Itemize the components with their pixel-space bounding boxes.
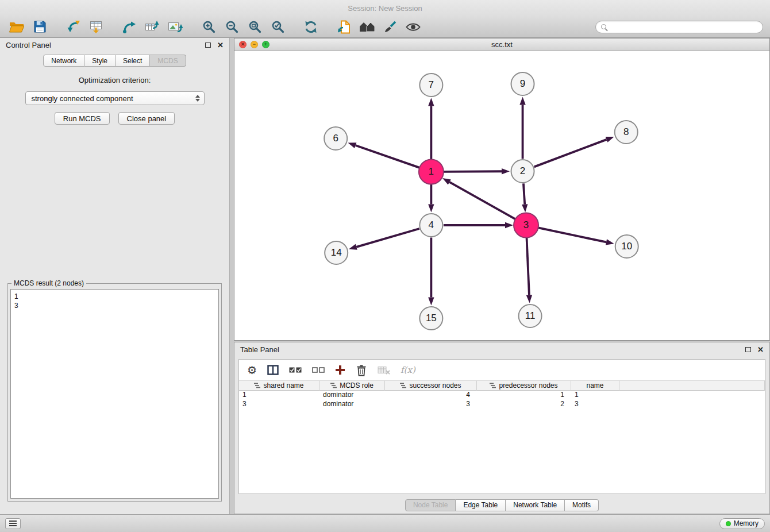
- close-panel-icon[interactable]: ✕: [217, 41, 224, 49]
- close-table-panel-icon[interactable]: ✕: [757, 346, 764, 353]
- zoom-fit-button[interactable]: [245, 18, 264, 36]
- network-window-title: scc.txt: [491, 40, 513, 49]
- graph-node-label: 1: [429, 167, 434, 178]
- table-panel: Table Panel ✕ ⚙: [234, 342, 770, 514]
- graph-node-7[interactable]: 7: [419, 74, 442, 97]
- window-title: Session: New Session: [348, 4, 422, 13]
- zoom-selected-button[interactable]: [268, 18, 287, 36]
- close-window-icon[interactable]: ✕: [239, 41, 247, 48]
- tab-edge-table[interactable]: Edge Table: [456, 499, 506, 511]
- graph-edge-4-14[interactable]: [356, 229, 419, 247]
- tab-network[interactable]: Network: [43, 55, 84, 67]
- import-network-button[interactable]: [63, 18, 83, 36]
- graph-edge-arrow-1-4: [428, 205, 434, 213]
- cell-predecessor-nodes[interactable]: 2: [477, 400, 571, 409]
- run-mcds-button[interactable]: Run MCDS: [55, 112, 110, 125]
- graph-edge-3-1[interactable]: [449, 182, 515, 219]
- cell-successor-nodes[interactable]: 4: [385, 391, 477, 400]
- cell-name[interactable]: 1: [571, 391, 619, 400]
- export-image-button[interactable]: [165, 18, 185, 36]
- network-from-table-button[interactable]: [143, 18, 162, 36]
- table-row[interactable]: 1 dominator 4 1 1: [239, 391, 765, 400]
- task-history-button[interactable]: [5, 518, 21, 529]
- open-file-button[interactable]: [7, 18, 26, 36]
- zoom-in-button[interactable]: [199, 18, 218, 36]
- select-all-columns-icon[interactable]: [289, 366, 302, 374]
- graph-edge-3-10[interactable]: [538, 228, 606, 242]
- control-panel: Control Panel ✕ Network Style Select MCD…: [0, 38, 230, 514]
- table-row[interactable]: 3 dominator 3 2 3: [239, 400, 765, 409]
- graph-node-8[interactable]: 8: [615, 121, 638, 144]
- graph-node-15[interactable]: 15: [419, 307, 442, 330]
- table-settings-gear-icon[interactable]: ⚙: [247, 365, 257, 376]
- network-window-titlebar[interactable]: ✕ − + scc.txt: [234, 38, 769, 51]
- graph-edge-arrow-3-1: [442, 178, 451, 184]
- column-header-shared-name[interactable]: shared name: [239, 380, 319, 391]
- new-network-button[interactable]: [120, 18, 139, 36]
- tab-mcds[interactable]: MCDS: [150, 55, 186, 67]
- network-canvas[interactable]: 7968124314101511: [234, 51, 769, 340]
- save-session-button[interactable]: [30, 18, 49, 36]
- criterion-dropdown[interactable]: strongly connected component: [25, 91, 205, 105]
- zoom-out-button[interactable]: [222, 18, 241, 36]
- graph-edge-2-8[interactable]: [534, 140, 607, 167]
- cell-predecessor-nodes[interactable]: 1: [477, 391, 571, 400]
- column-header-predecessor-nodes[interactable]: predecessor nodes: [477, 380, 571, 391]
- apply-style-button[interactable]: [380, 18, 400, 36]
- graph-edge-1-2[interactable]: [444, 171, 502, 172]
- search-box[interactable]: [595, 21, 763, 33]
- graph-node-14[interactable]: 14: [325, 241, 348, 264]
- graph-node-4[interactable]: 4: [419, 214, 442, 237]
- cell-shared-name[interactable]: 3: [239, 400, 319, 409]
- cell-shared-name[interactable]: 1: [239, 391, 319, 400]
- tab-style[interactable]: Style: [84, 55, 116, 67]
- list-icon: [9, 521, 17, 526]
- tab-select[interactable]: Select: [116, 55, 150, 67]
- cell-mcds-role[interactable]: dominator: [319, 400, 385, 409]
- minimize-window-icon[interactable]: −: [251, 41, 258, 48]
- graph-node-9[interactable]: 9: [511, 72, 534, 95]
- tab-network-table[interactable]: Network Table: [506, 499, 565, 511]
- graph-node-6[interactable]: 6: [324, 127, 347, 150]
- graph-edge-arrow-4-15: [428, 298, 434, 306]
- zoom-group: [199, 18, 287, 36]
- show-all-networks-button[interactable]: [357, 18, 377, 36]
- cell-mcds-role[interactable]: dominator: [319, 391, 385, 400]
- show-hide-button[interactable]: [403, 18, 423, 36]
- graph-node-label: 6: [333, 133, 338, 144]
- cell-name[interactable]: 3: [571, 400, 619, 409]
- graph-edge-3-11[interactable]: [526, 237, 529, 295]
- float-table-panel-icon[interactable]: [745, 347, 751, 352]
- tab-motifs[interactable]: Motifs: [565, 499, 599, 511]
- clone-view-button[interactable]: [334, 18, 354, 36]
- graph-node-label: 9: [520, 79, 525, 90]
- close-panel-button[interactable]: Close panel: [118, 112, 175, 125]
- search-input[interactable]: [610, 23, 757, 31]
- deselect-all-columns-icon[interactable]: [312, 366, 325, 374]
- import-table-button[interactable]: [86, 18, 106, 36]
- graph-edge-2-3[interactable]: [523, 183, 525, 204]
- refresh-view-button[interactable]: [301, 18, 321, 36]
- column-header-mcds-role[interactable]: MCDS role: [319, 380, 385, 391]
- graph-node-1[interactable]: 1: [419, 160, 444, 184]
- column-label: name: [586, 381, 603, 390]
- tab-node-table[interactable]: Node Table: [405, 499, 456, 511]
- float-panel-icon[interactable]: [205, 43, 211, 48]
- column-header-successor-nodes[interactable]: successor nodes: [385, 380, 477, 391]
- column-header-name[interactable]: name: [571, 380, 619, 391]
- graph-node-3[interactable]: 3: [514, 213, 538, 238]
- graph-node-10[interactable]: 10: [615, 235, 638, 258]
- cell-successor-nodes[interactable]: 3: [385, 400, 477, 409]
- graph-edge-arrow-4-14: [349, 244, 357, 250]
- graph-node-11[interactable]: 11: [519, 304, 542, 327]
- graph-edge-arrow-2-9: [519, 97, 525, 105]
- add-column-plus-icon[interactable]: [335, 365, 345, 375]
- mcds-result-list[interactable]: 1 3: [10, 289, 219, 499]
- zoom-window-icon[interactable]: +: [262, 41, 270, 48]
- memory-button[interactable]: Memory: [719, 518, 765, 529]
- column-settings-icon[interactable]: [267, 365, 279, 375]
- delete-column-trash-icon[interactable]: [356, 364, 367, 376]
- network-graph[interactable]: 7968124314101511: [234, 51, 769, 340]
- graph-edge-1-6[interactable]: [356, 145, 419, 168]
- graph-node-2[interactable]: 2: [511, 160, 534, 183]
